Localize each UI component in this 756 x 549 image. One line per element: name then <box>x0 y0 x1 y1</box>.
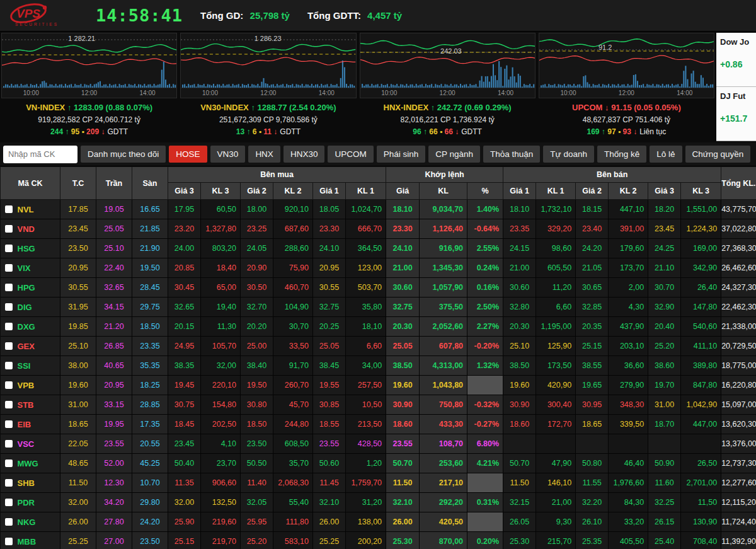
row-checkbox[interactable] <box>5 440 13 448</box>
ask2-price-cell[interactable]: 32.20 <box>576 493 609 512</box>
match-price-cell[interactable]: 32.75 <box>386 298 420 317</box>
ask2-price-cell[interactable]: 25.15 <box>576 337 609 356</box>
ask3-volume-cell[interactable]: 1,042,90 <box>681 395 721 415</box>
tab-thỏa-thuận[interactable]: Thỏa thuận <box>483 146 540 163</box>
ask3-volume-cell[interactable]: 147,80 <box>681 298 721 317</box>
ask3-price-cell[interactable]: 32.25 <box>648 493 681 512</box>
ask3-price-cell[interactable]: 31.00 <box>648 395 681 415</box>
bid2-volume-cell[interactable]: 33,50 <box>273 337 313 356</box>
match-volume-cell[interactable]: 1,345,30 <box>420 258 467 278</box>
tab-upcom[interactable]: UPCOM <box>328 146 373 163</box>
row-checkbox[interactable] <box>5 459 13 467</box>
ask3-volume-cell[interactable]: 11,50 <box>681 493 721 512</box>
ask1-price-cell[interactable]: 25.10 <box>503 337 536 356</box>
ask1-price-cell[interactable]: 32.15 <box>503 493 536 512</box>
world-index-item[interactable]: Dow Jo+0.86 <box>716 33 756 87</box>
bid3-volume-cell[interactable]: 202,50 <box>201 415 241 434</box>
bid3-volume-cell[interactable]: 65,00 <box>201 278 241 298</box>
bid2-price-cell[interactable]: 20.90 <box>241 258 273 278</box>
ticker-symbol[interactable]: SSI <box>18 361 31 371</box>
ask2-price-cell[interactable]: 50.80 <box>576 454 609 473</box>
match-price-cell[interactable]: 20.30 <box>386 317 420 337</box>
ticker-symbol[interactable]: MWG <box>18 459 38 468</box>
ask1-volume-cell[interactable] <box>536 434 576 454</box>
bid2-volume-cell[interactable]: 75,90 <box>273 258 313 278</box>
ask2-volume-cell[interactable]: 173,70 <box>609 258 648 278</box>
ask2-price-cell[interactable]: 26.10 <box>576 512 609 532</box>
ask3-price-cell[interactable]: 20.40 <box>648 317 681 337</box>
ask3-volume-cell[interactable]: 1,551,00 <box>681 200 721 219</box>
ask3-price-cell[interactable]: 19.70 <box>648 376 681 395</box>
sub-header-buy[interactable]: Giá 3 <box>168 183 201 200</box>
row-checkbox[interactable] <box>5 362 13 369</box>
bid2-price-cell[interactable]: 23.50 <box>241 434 273 454</box>
bid1-price-cell[interactable]: 32.75 <box>313 298 346 317</box>
ask2-price-cell[interactable]: 20.35 <box>576 317 609 337</box>
tab-thống-kê[interactable]: Thống kê <box>597 146 646 163</box>
col-header-total[interactable]: Tổng KL... <box>721 167 756 200</box>
ask3-price-cell[interactable]: 18.20 <box>648 200 681 219</box>
ask3-volume-cell[interactable]: 411,10 <box>681 337 721 356</box>
bid2-price-cell[interactable]: 30.50 <box>241 278 273 298</box>
ask1-volume-cell[interactable]: 6,60 <box>536 298 576 317</box>
bid3-price-cell[interactable]: 24.95 <box>168 337 201 356</box>
bid2-volume-cell[interactable]: 460,70 <box>273 278 313 298</box>
group-header-match[interactable]: Khớp lệnh <box>386 167 503 183</box>
match-price-cell[interactable]: 50.70 <box>386 454 420 473</box>
ask3-price-cell[interactable] <box>648 434 681 454</box>
tab-hose[interactable]: HOSE <box>169 146 207 163</box>
row-checkbox[interactable] <box>5 499 13 506</box>
ask1-price-cell[interactable]: 25.30 <box>503 532 536 549</box>
tab-hnx30[interactable]: HNX30 <box>284 146 325 163</box>
bid3-volume-cell[interactable]: 219,60 <box>201 512 241 532</box>
ask2-volume-cell[interactable]: 2,00 <box>609 278 648 298</box>
bid1-volume-cell[interactable]: 6,60 <box>346 337 386 356</box>
ask1-volume-cell[interactable]: 300,40 <box>536 395 576 415</box>
vps-logo[interactable]: VPS SECURITIES <box>8 2 78 30</box>
ask3-volume-cell[interactable]: 847,80 <box>681 376 721 395</box>
row-checkbox[interactable] <box>5 401 13 408</box>
ask2-volume-cell[interactable]: 4,30 <box>609 298 648 317</box>
ask3-price-cell[interactable]: 38.60 <box>648 356 681 376</box>
bid3-price-cell[interactable]: 32.65 <box>168 298 201 317</box>
bid1-volume-cell[interactable]: 123,00 <box>346 258 386 278</box>
match-price-cell[interactable]: 24.10 <box>386 239 420 258</box>
match-price-cell[interactable]: 30.90 <box>386 395 420 415</box>
bid3-volume-cell[interactable]: 60,50 <box>201 200 241 219</box>
match-volume-cell[interactable]: 9,034,70 <box>420 200 467 219</box>
ask2-price-cell[interactable]: 18.15 <box>576 200 609 219</box>
ask2-price-cell[interactable]: 23.40 <box>576 219 609 239</box>
ticker-symbol[interactable]: DIG <box>18 303 32 312</box>
ask1-price-cell[interactable]: 18.60 <box>503 415 536 434</box>
ask2-volume-cell[interactable]: 348,30 <box>609 395 648 415</box>
tab-chứng-quyền[interactable]: Chứng quyền <box>685 146 751 163</box>
match-price-cell[interactable]: 23.55 <box>386 434 420 454</box>
ask2-volume-cell[interactable]: 203,10 <box>609 337 648 356</box>
ticker-symbol[interactable]: MBB <box>18 537 37 546</box>
row-checkbox[interactable] <box>5 225 13 233</box>
match-price-cell[interactable]: 25.30 <box>386 532 420 549</box>
bid1-price-cell[interactable]: 32.10 <box>313 493 346 512</box>
ask1-volume-cell[interactable]: 98,60 <box>536 239 576 258</box>
bid3-price-cell[interactable]: 17.95 <box>168 200 201 219</box>
match-price-cell[interactable]: 19.60 <box>386 376 420 395</box>
ask2-volume-cell[interactable]: 437,90 <box>609 317 648 337</box>
ask3-volume-cell[interactable]: 1,224,30 <box>681 219 721 239</box>
bid3-price-cell[interactable]: 25.15 <box>168 532 201 549</box>
ask2-volume-cell[interactable]: 447,10 <box>609 200 648 219</box>
bid2-volume-cell[interactable]: 687,60 <box>273 219 313 239</box>
bid1-volume-cell[interactable]: 138,00 <box>346 512 386 532</box>
ask2-price-cell[interactable]: 21.05 <box>576 258 609 278</box>
bid2-volume-cell[interactable]: 608,50 <box>273 434 313 454</box>
ask1-price-cell[interactable]: 50.70 <box>503 454 536 473</box>
ticker-symbol[interactable]: SHB <box>18 478 35 488</box>
index-panel-vnindex[interactable]: 1 282.2110:0012:0014:00VN-INDEX ↑ 1283.0… <box>1 33 177 141</box>
ask2-volume-cell[interactable]: 339,50 <box>609 415 648 434</box>
search-input[interactable] <box>3 146 77 163</box>
col-header-floor[interactable]: Sàn <box>132 167 168 200</box>
match-volume-cell[interactable]: 217,10 <box>420 473 467 493</box>
bid3-price-cell[interactable]: 19.45 <box>168 376 201 395</box>
bid1-price-cell[interactable]: 38.45 <box>313 356 346 376</box>
ask1-price-cell[interactable]: 18.10 <box>503 200 536 219</box>
match-price-cell[interactable]: 25.05 <box>386 337 420 356</box>
